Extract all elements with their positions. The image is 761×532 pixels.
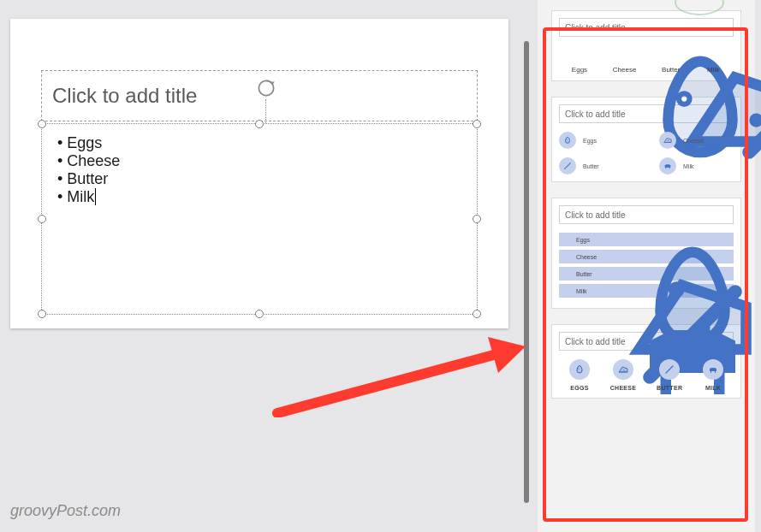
content-placeholder[interactable]: Eggs Cheese Butter Milk	[41, 123, 478, 315]
egg-icon	[559, 132, 576, 149]
design-item-label: EGGS	[570, 385, 588, 391]
cheese-icon	[564, 253, 571, 260]
design-item-label: Milk	[576, 288, 586, 294]
list-item: Milk	[57, 188, 461, 206]
cow-icon	[659, 157, 676, 174]
design-item: BUTTER	[657, 359, 682, 391]
cow-icon	[703, 359, 723, 380]
design-item: Butter	[662, 45, 680, 74]
design-item-label: Butter	[576, 271, 592, 277]
butter-icon	[663, 45, 679, 61]
rotate-stem	[265, 99, 266, 123]
design-item-label: Cheese	[683, 138, 704, 144]
egg-icon	[564, 236, 571, 243]
design-item-label: Butter	[662, 66, 680, 74]
scrollbar-thumb[interactable]	[524, 41, 529, 503]
design-item: Milk	[705, 45, 721, 74]
design-item: Eggs	[559, 132, 633, 149]
design-ideas-panel: Click to add title Eggs Cheese Butter Mi…	[538, 0, 755, 532]
design-item: MILK	[703, 359, 723, 391]
egg-icon	[569, 359, 590, 380]
title-placeholder-text: Click to add title	[52, 84, 197, 108]
design-item-label: Eggs	[572, 66, 587, 74]
design-item: Butter	[559, 157, 633, 174]
cheese-icon	[659, 132, 676, 149]
design-item: EGGS	[569, 359, 590, 391]
card-title-placeholder: Click to add title	[559, 205, 734, 224]
egg-icon	[572, 45, 587, 61]
design-item: CHEESE	[610, 359, 637, 391]
bullet-list: Eggs Cheese Butter Milk	[57, 134, 461, 206]
cheese-icon	[613, 359, 633, 380]
design-item-label: Cheese	[613, 66, 637, 74]
design-item-label: Milk	[683, 163, 693, 169]
butter-icon	[564, 270, 571, 277]
design-item-label: Eggs	[576, 237, 590, 243]
design-idea-card[interactable]: Click to add title Eggs Cheese Butter Mi…	[551, 198, 741, 309]
design-item-label: Eggs	[583, 138, 597, 144]
selection-handle[interactable]	[38, 310, 46, 318]
annotation-arrow-icon	[269, 332, 534, 417]
selection-handle[interactable]	[473, 215, 481, 223]
design-item: Eggs	[559, 233, 734, 246]
selection-handle[interactable]	[473, 120, 481, 128]
design-item-label: BUTTER	[657, 385, 682, 391]
design-idea-card[interactable]: Click to add title Eggs Cheese Butter Mi…	[551, 10, 741, 81]
design-item-label: Cheese	[576, 254, 597, 260]
selection-handle[interactable]	[255, 310, 264, 318]
design-item: Cheese	[613, 45, 637, 74]
design-item: Eggs	[572, 45, 587, 74]
design-item: Milk	[659, 157, 734, 174]
design-item-label: Butter	[583, 163, 599, 169]
slide-canvas[interactable]: Click to add title Eggs Cheese Butter Mi…	[10, 19, 508, 328]
card-title-placeholder: Click to add title	[559, 18, 734, 37]
cow-icon	[705, 45, 721, 61]
svg-marker-4	[488, 337, 526, 373]
watermark: groovyPost.com	[10, 502, 121, 520]
selection-handle[interactable]	[38, 120, 46, 128]
rotate-handle-icon[interactable]	[255, 77, 277, 99]
list-item: Butter	[57, 170, 461, 188]
selection-handle[interactable]	[255, 120, 264, 128]
selection-handle[interactable]	[38, 215, 46, 223]
design-item: Cheese	[659, 132, 734, 149]
cheese-icon	[617, 45, 633, 61]
svg-line-3	[277, 353, 500, 413]
list-item: Cheese	[57, 152, 461, 170]
design-item-label: MILK	[705, 385, 721, 391]
list-item: Eggs	[57, 134, 461, 152]
selection-handle[interactable]	[473, 310, 481, 318]
cow-icon	[564, 287, 571, 294]
design-item-label: Milk	[707, 66, 719, 74]
butter-icon	[659, 359, 680, 380]
design-item-label: CHEESE	[610, 385, 637, 391]
butter-icon	[559, 157, 576, 174]
